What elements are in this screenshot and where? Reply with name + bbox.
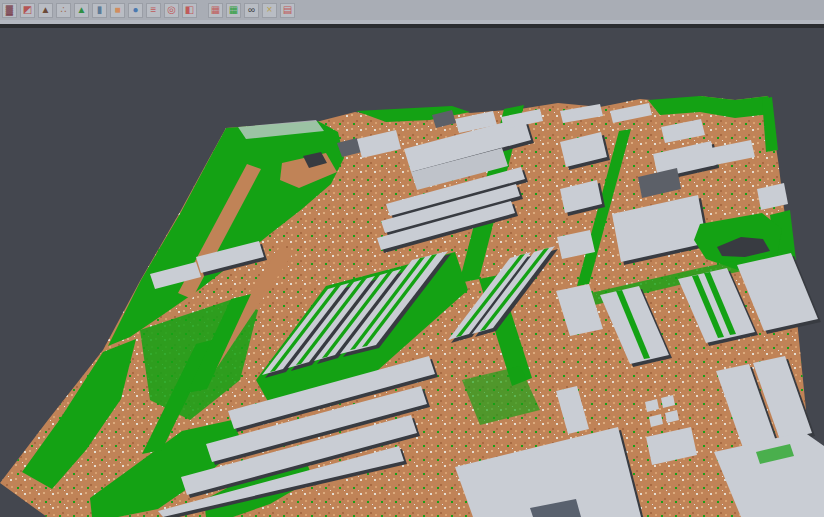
pointcloud-scene xyxy=(0,28,824,517)
classify-icon[interactable]: ◩ xyxy=(20,3,35,18)
viewport-3d[interactable] xyxy=(0,28,824,517)
panel-icon[interactable]: ▮ xyxy=(92,3,107,18)
target-icon[interactable]: ◎ xyxy=(164,3,179,18)
terrain-hill-icon[interactable]: ▲ xyxy=(38,3,53,18)
convert-icon[interactable]: × xyxy=(262,3,277,18)
extent-icon[interactable]: ◧ xyxy=(182,3,197,18)
globe-icon[interactable]: ● xyxy=(128,3,143,18)
toolbar: ▓◩▲∴▲▮■●≡◎◧▦▦∞×▤ xyxy=(0,0,824,20)
classes-map-icon[interactable]: ▦ xyxy=(226,3,241,18)
sparse-points-icon[interactable]: ∴ xyxy=(56,3,71,18)
dem-icon[interactable]: ▓ xyxy=(2,3,17,18)
table-icon[interactable]: ▤ xyxy=(280,3,295,18)
profiles-icon[interactable]: ≡ xyxy=(146,3,161,18)
ortho-image-icon[interactable]: ■ xyxy=(110,3,125,18)
stereo-view-icon[interactable]: ∞ xyxy=(244,3,259,18)
vegetation-icon[interactable]: ▲ xyxy=(74,3,89,18)
grid-icon[interactable]: ▦ xyxy=(208,3,223,18)
